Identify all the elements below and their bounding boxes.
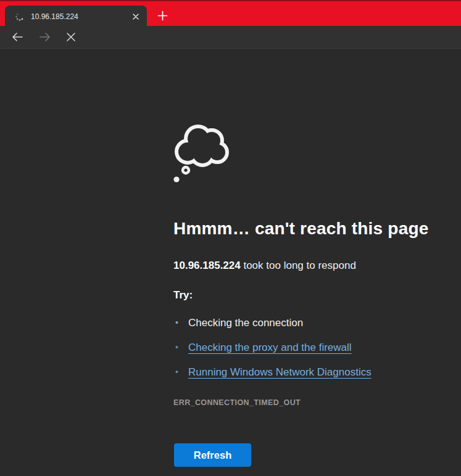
window-titlebar: 10.96.185.224 xyxy=(0,0,461,26)
new-tab-button[interactable] xyxy=(154,7,171,24)
refresh-button[interactable]: Refresh xyxy=(174,443,251,467)
back-button[interactable] xyxy=(8,28,27,46)
stop-button[interactable] xyxy=(62,28,80,46)
network-diagnostics-link[interactable]: Running Windows Network Diagnostics xyxy=(188,366,372,378)
error-host: 10.96.185.224 xyxy=(173,260,241,271)
stop-x-icon xyxy=(64,30,78,44)
tab-close-icon[interactable] xyxy=(130,10,142,23)
loading-spinner-icon xyxy=(15,12,25,22)
error-subtitle: 10.96.185.224 took too long to respond xyxy=(173,260,356,272)
plus-icon xyxy=(157,10,168,21)
suggestion-list: Checking the connection Checking the pro… xyxy=(173,316,372,390)
suggestion-item-connection: Checking the connection xyxy=(173,316,372,330)
error-page: Hmmm… can't reach this page 10.96.185.22… xyxy=(0,49,461,476)
error-subtitle-text: took too long to respond xyxy=(241,260,356,271)
arrow-right-icon xyxy=(38,30,52,44)
arrow-left-icon xyxy=(10,30,24,44)
browser-tab[interactable]: 10.96.185.224 xyxy=(5,6,147,27)
suggestion-item-network-diagnostics: Running Windows Network Diagnostics xyxy=(173,365,372,379)
error-title: Hmmm… can't reach this page xyxy=(173,219,429,239)
tab-title: 10.96.185.224 xyxy=(31,12,130,21)
navigation-toolbar: https://10.96.185.224 xyxy=(0,26,461,49)
try-label: Try: xyxy=(173,289,193,302)
thought-bubble-icon xyxy=(172,124,233,184)
proxy-firewall-link[interactable]: Checking the proxy and the firewall xyxy=(188,342,352,353)
error-code: ERR_CONNECTION_TIMED_OUT xyxy=(173,398,301,407)
suggestion-item-proxy-firewall: Checking the proxy and the firewall xyxy=(173,340,372,355)
forward-button xyxy=(36,28,54,46)
